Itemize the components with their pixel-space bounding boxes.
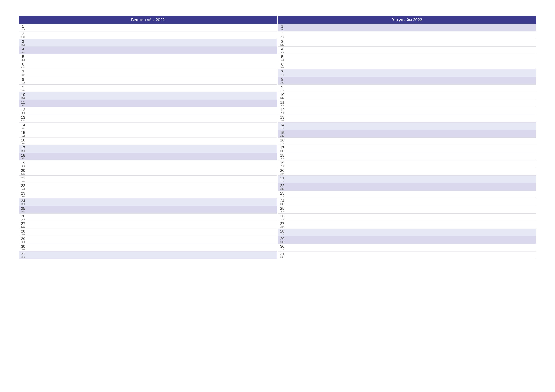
day-abbr: ИШ — [21, 150, 25, 152]
day-label: 7ИШ — [278, 69, 286, 77]
day-row: 1БШ — [19, 24, 277, 31]
day-label: 27ЖМ — [278, 221, 286, 228]
day-row: 26ДШ — [19, 214, 277, 221]
day-label: 13ШШ — [19, 115, 27, 122]
day-number: 2 — [22, 32, 24, 36]
day-label: 10ИШ — [19, 92, 27, 100]
day-row: 18ЖШ — [19, 153, 277, 160]
day-space — [286, 251, 536, 259]
day-label: 7ШР — [19, 69, 27, 77]
day-space — [286, 77, 536, 84]
day-label: 18ШР — [278, 153, 286, 160]
day-row: 13ШШ — [19, 115, 277, 122]
day-space — [286, 214, 536, 221]
calendar-container: Бештин айы 2022 1БШ2ЖМ3ИШ4ЖШ5ДШ6ШШ7ШР8БШ… — [19, 16, 536, 259]
day-space — [286, 130, 536, 137]
day-abbr: ИШ — [21, 203, 25, 205]
day-label: 6ЖМ — [278, 62, 286, 69]
day-number: 23 — [280, 192, 285, 195]
day-number: 25 — [21, 207, 25, 210]
day-number: 4 — [22, 47, 24, 51]
day-row: 29БШ — [19, 236, 277, 244]
day-number: 30 — [21, 244, 25, 248]
day-abbr: ЖМ — [21, 36, 25, 38]
day-row: 19БШ — [278, 160, 536, 168]
day-label: 31ИШ — [19, 251, 27, 259]
day-row: 27ШШ — [19, 221, 277, 229]
day-number: 15 — [280, 131, 285, 135]
day-number: 9 — [281, 85, 283, 89]
day-number: 28 — [21, 229, 25, 233]
day-number: 26 — [280, 214, 285, 218]
day-number: 4 — [281, 47, 283, 51]
day-row: 10ИШ — [19, 92, 277, 100]
day-label: 6ШШ — [19, 62, 27, 69]
day-row: 17ИШ — [19, 145, 277, 153]
day-space — [27, 138, 277, 145]
day-row: 16ЖМ — [19, 138, 277, 145]
day-number: 5 — [22, 55, 24, 59]
day-space — [27, 122, 277, 130]
day-abbr: ДШ — [22, 59, 25, 61]
day-label: 29БШ — [19, 236, 27, 244]
day-abbr: ШШ — [21, 173, 25, 175]
day-number: 26 — [21, 214, 25, 218]
day-abbr: ДШ — [281, 36, 284, 38]
day-row: 2ЖМ — [19, 31, 277, 39]
day-abbr: ЖШ — [21, 157, 25, 160]
day-space — [27, 107, 277, 115]
day-abbr: ИШ — [21, 256, 25, 258]
day-label: 5ДШ — [19, 54, 27, 62]
day-space — [27, 24, 277, 31]
day-row: 26БШ — [278, 214, 536, 221]
day-space — [286, 47, 536, 54]
day-number: 6 — [22, 63, 24, 66]
day-label: 20ШШ — [19, 168, 27, 175]
day-space — [27, 92, 277, 100]
day-label: 15БШ — [19, 130, 27, 137]
day-label: 27ШШ — [19, 221, 27, 228]
day-space — [27, 214, 277, 221]
day-row: 14ИШ — [278, 122, 536, 130]
day-number: 12 — [21, 108, 25, 112]
day-abbr: ШР — [281, 51, 284, 53]
day-label: 11ШР — [278, 100, 286, 107]
day-space — [27, 130, 277, 137]
day-label: 14ИШ — [278, 122, 286, 130]
day-number: 17 — [280, 146, 285, 150]
day-row: 22БШ — [19, 183, 277, 191]
day-label: 17ШШ — [278, 145, 286, 153]
day-label: 8БШ — [19, 77, 27, 84]
day-abbr: ЖМ — [21, 143, 25, 144]
day-abbr: ДШ — [281, 249, 284, 251]
day-number: 24 — [280, 199, 285, 203]
day-abbr: ЖШ — [280, 135, 284, 137]
day-number: 27 — [21, 222, 25, 226]
day-space — [27, 77, 277, 84]
day-row: 10ШШ — [278, 92, 536, 100]
days-list-right: 1ЖШ2ДШ3ШШ4ШР5БШ6ЖМ7ИШ8ЖШ9ДШ10ШШ11ШР12БШ1… — [278, 24, 536, 259]
day-label: 16ДШ — [278, 138, 286, 145]
day-label: 3ШШ — [278, 39, 286, 46]
day-space — [27, 100, 277, 107]
day-label: 29ЖШ — [278, 236, 286, 244]
day-row: 7ИШ — [278, 69, 536, 77]
day-number: 17 — [21, 146, 25, 150]
day-label: 22ЖШ — [278, 183, 286, 191]
day-space — [27, 160, 277, 168]
day-abbr: ШР — [22, 234, 25, 235]
day-label: 3ИШ — [19, 39, 27, 46]
day-label: 24ШШ — [278, 198, 286, 206]
day-row: 23ЖМ — [19, 191, 277, 198]
day-row: 15БШ — [19, 130, 277, 138]
day-abbr: ИШ — [280, 234, 284, 235]
day-label: 19БШ — [278, 160, 286, 168]
day-row: 14ШР — [19, 122, 277, 130]
day-number: 27 — [280, 222, 285, 226]
day-space — [27, 62, 277, 69]
day-abbr: ДШ — [281, 89, 284, 91]
day-label: 30ДШ — [278, 244, 286, 251]
day-abbr: ШШ — [21, 226, 25, 228]
day-number: 30 — [280, 244, 285, 248]
day-row: 28ИШ — [278, 229, 536, 236]
